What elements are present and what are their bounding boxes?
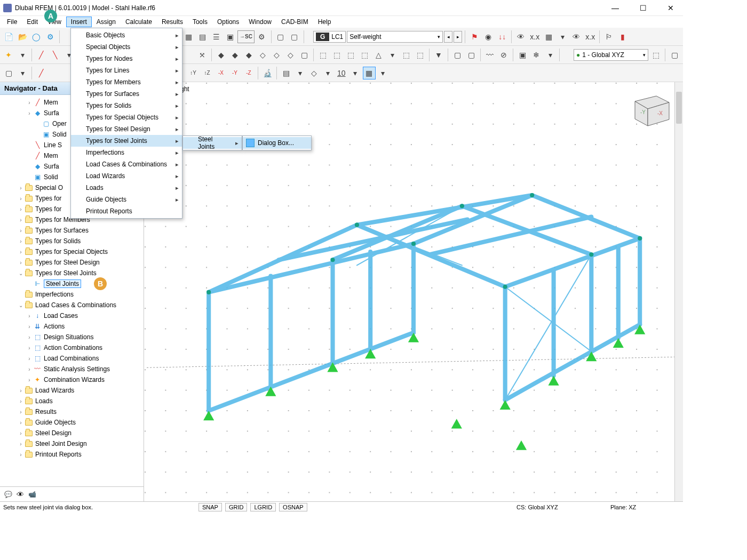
sc-icon[interactable]: →SC [237,30,255,43]
menu-item-types-for-steel-design[interactable]: Types for Steel Design [71,123,182,135]
book-icon[interactable]: ▮ [616,30,629,43]
menu-cadbim[interactable]: CAD-BIM [276,17,313,27]
snow-icon[interactable]: ❄ [530,49,543,61]
sel-icon[interactable]: ▢ [2,67,15,79]
tree-item[interactable]: ⊩Steel JointsB [0,278,144,289]
menu-item-special-objects[interactable]: Special Objects [71,41,182,53]
flag2-icon[interactable]: 🏳 [602,30,615,43]
grid-icon[interactable]: ▤ [196,30,209,43]
cloud-icon[interactable]: ◯ [30,30,43,43]
tree-item[interactable]: ›⬚Action Combinations [0,342,144,353]
cell2-icon[interactable]: ▢ [288,30,301,43]
menu-item-imperfections[interactable]: Imperfections [71,147,182,158]
q1-icon[interactable]: ⬚ [316,49,329,61]
tri-icon[interactable]: △ [372,49,385,61]
menu-item-types-for-steel-joints[interactable]: Types for Steel Joints [71,135,182,147]
view1-icon[interactable]: 👁 [514,30,527,43]
open-icon[interactable]: 📂 [16,30,29,43]
ax-mz-icon[interactable]: -Z [242,67,255,79]
loadcase-select[interactable]: Self-weight▾ [347,31,443,43]
navigator-views-icon[interactable]: 📹 [28,491,36,498]
ax-my-icon[interactable]: -Y [228,67,241,79]
view3-icon[interactable]: ▦ [542,30,555,43]
q6-icon[interactable]: ⬚ [400,49,412,61]
line2-icon[interactable]: ╲ [49,49,61,61]
tree-item[interactable]: ›Loads [0,396,144,406]
menu-item-guide-objects[interactable]: Guide Objects [71,194,182,205]
tree-item[interactable]: ›⇊Actions [0,321,144,332]
dialog-box-submenu[interactable]: Dialog Box... [242,135,312,150]
close-button[interactable]: ✕ [662,4,680,12]
q3-icon[interactable]: ⬚ [344,49,357,61]
tree-item[interactable]: ›Types for Solids [0,236,144,246]
view6-icon[interactable]: x.x [584,30,597,43]
menu-edit[interactable]: Edit [22,17,43,27]
view5-icon[interactable]: 👁 [570,30,583,43]
move-icon[interactable]: ⤧ [196,49,209,61]
line1-icon[interactable]: ╱ [35,49,47,61]
steel-joints-submenu[interactable]: Steel Joints [182,135,242,150]
tree-item[interactable]: ›Load Wizards [0,385,144,396]
menu-options[interactable]: Options [212,17,244,27]
menu-results[interactable]: Results [157,17,188,27]
ten-dd-icon[interactable]: ▾ [349,67,362,79]
menu-item-types-for-special-objects[interactable]: Types for Special Objects [71,111,182,123]
maximize-button[interactable]: ☐ [634,4,652,12]
view4-icon[interactable]: ▾ [556,30,569,43]
tree-item[interactable]: Imperfections [0,289,144,300]
q5-icon[interactable]: ▾ [386,49,399,61]
p2-icon[interactable]: ◆ [228,49,241,61]
view2-icon[interactable]: x.x [528,30,541,43]
isolate-icon[interactable]: ◉ [482,30,495,43]
menu-item-dialog-box---[interactable]: Dialog Box... [243,137,311,149]
menu-item-types-for-members[interactable]: Types for Members [71,76,182,88]
lc-next-button[interactable]: ▸ [454,31,462,43]
ax-z-icon[interactable]: ↕Z [201,67,213,79]
tree-item[interactable]: ›Guide Objects [0,417,144,428]
micro-icon[interactable]: 🔬 [261,67,274,79]
menu-item-printout-reports[interactable]: Printout Reports [71,205,182,217]
stack-dd-icon[interactable]: ▾ [293,67,306,79]
stack1-icon[interactable]: ▤ [280,67,292,79]
vertical-scrollbar[interactable] [674,82,683,501]
view-cube[interactable]: -Y -X [625,90,673,130]
menu-item-steel-joints[interactable]: Steel Joints [183,137,242,149]
plane-dd-icon[interactable]: ▾ [321,67,334,79]
s1-icon[interactable]: ▢ [451,49,464,61]
star-icon[interactable]: ✦ [2,49,15,61]
sect-icon[interactable]: ⊘ [497,49,510,61]
wp-icon[interactable]: ▦ [363,67,376,79]
p1-icon[interactable]: ◆ [214,49,227,61]
menu-window[interactable]: Window [244,17,276,27]
p3-icon[interactable]: ◆ [242,49,255,61]
plane-icon[interactable]: ◇ [307,67,320,79]
settings-icon[interactable]: ⚙ [256,30,268,43]
tree-item[interactable]: ›〰Static Analysis Settings [0,364,144,374]
tree-item[interactable]: ›⬚Load Combinations [0,353,144,364]
menu-item-load-cases---combinations[interactable]: Load Cases & Combinations [71,158,182,170]
tree-item[interactable]: ›Types for Steel Design [0,257,144,268]
gear-icon[interactable]: ⚙ [44,30,57,43]
menu-help[interactable]: Help [313,17,336,27]
tree-item[interactable]: ›Steel Design [0,428,144,438]
menu-item-load-wizards[interactable]: Load Wizards [71,170,182,182]
coord-system-select[interactable]: ●1 - Global XYZ▾ [574,49,648,61]
ax-y-icon[interactable]: ↕Y [187,67,200,79]
tree-item[interactable]: ⌄Load Cases & Combinations [0,300,144,310]
filter-icon[interactable]: ▼ [432,49,445,61]
list-icon[interactable]: ☰ [210,30,222,43]
s2-icon[interactable]: ▢ [465,49,478,61]
script-icon[interactable]: ▣ [224,30,236,43]
wp-dd-icon[interactable]: ▾ [377,67,390,79]
sel-dd-icon[interactable]: ▾ [16,67,29,79]
menu-item-types-for-lines[interactable]: Types for Lines [71,65,182,76]
tree-item[interactable]: ›Results [0,406,144,417]
tree-item[interactable]: ›↓Load Cases [0,310,144,321]
p6-icon[interactable]: ◇ [284,49,297,61]
pt-icon[interactable]: ╱ [35,67,47,79]
tree-item[interactable]: ›Types for Surfaces [0,225,144,236]
cell1-icon[interactable]: ▢ [274,30,287,43]
loads-icon[interactable]: ↓↓ [496,30,508,43]
ten-icon[interactable]: 10 [335,67,348,79]
menu-calculate[interactable]: Calculate [121,17,157,27]
